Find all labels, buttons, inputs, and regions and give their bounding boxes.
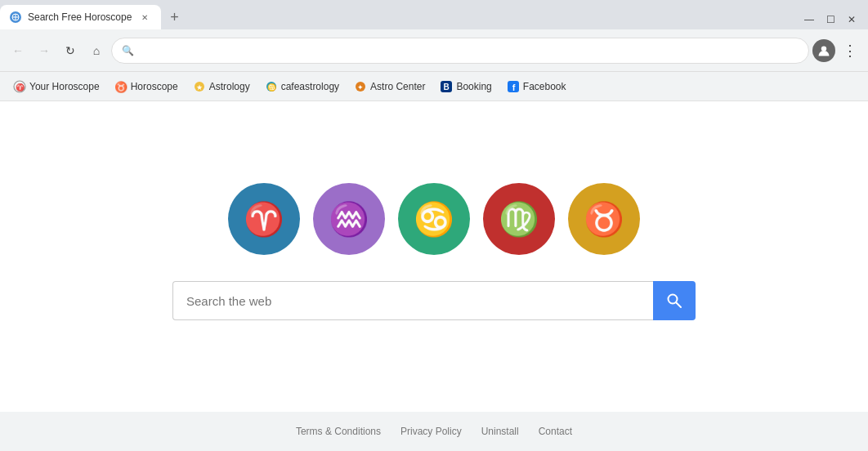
back-button[interactable]: ← bbox=[7, 39, 29, 62]
footer: Terms & Conditions Privacy Policy Uninst… bbox=[0, 412, 868, 451]
main-search-bar bbox=[172, 281, 696, 320]
svg-text:♋: ♋ bbox=[266, 83, 276, 92]
svg-text:♉: ♉ bbox=[114, 80, 128, 93]
zodiac-aries[interactable]: ♈ bbox=[228, 183, 300, 255]
tab-close-button[interactable]: ✕ bbox=[138, 11, 151, 24]
bookmark-facebook-label: Facebook bbox=[523, 81, 566, 92]
tab-title: Search Free Horoscope bbox=[28, 11, 132, 23]
bookmark-cafeastrology-label: cafeastrology bbox=[281, 81, 339, 92]
bookmark-astrology[interactable]: ★ Astrology bbox=[186, 77, 257, 96]
tab-bar: Search Free Horoscope ✕ + — ☐ ✕ bbox=[0, 0, 868, 29]
menu-button[interactable]: ⋮ bbox=[839, 39, 861, 62]
home-button[interactable]: ⌂ bbox=[85, 39, 108, 62]
bookmark-facebook[interactable]: f Facebook bbox=[500, 77, 573, 96]
reload-button[interactable]: ↻ bbox=[59, 39, 82, 62]
url-input[interactable] bbox=[139, 44, 799, 56]
bookmark-horoscope-label: Horoscope bbox=[131, 81, 178, 92]
address-bar: ← → ↻ ⌂ 🔍 ⋮ bbox=[0, 29, 868, 72]
footer-privacy[interactable]: Privacy Policy bbox=[400, 426, 462, 437]
bookmark-astro-center-label: Astro Center bbox=[370, 81, 425, 92]
main-search-input[interactable] bbox=[172, 281, 653, 320]
bookmark-your-horoscope-label: Your Horoscope bbox=[29, 81, 100, 92]
minimize-button[interactable]: — bbox=[799, 10, 819, 29]
svg-line-18 bbox=[677, 303, 682, 308]
footer-terms[interactable]: Terms & Conditions bbox=[296, 426, 381, 437]
your-horoscope-icon: ♈ bbox=[13, 80, 26, 93]
forward-button[interactable]: → bbox=[33, 39, 56, 62]
main-search-button[interactable] bbox=[653, 281, 696, 320]
svg-text:f: f bbox=[512, 82, 515, 92]
bookmark-horoscope[interactable]: ♉ Horoscope bbox=[108, 77, 185, 96]
svg-point-3 bbox=[821, 46, 826, 51]
bookmark-cafeastrology[interactable]: ♋ cafeastrology bbox=[258, 77, 346, 96]
zodiac-row: ♈ ♒ ♋ ♍ ♉ bbox=[228, 183, 640, 255]
main-search-icon bbox=[666, 292, 682, 309]
close-window-button[interactable]: ✕ bbox=[842, 10, 861, 29]
svg-text:✦: ✦ bbox=[357, 83, 364, 92]
zodiac-taurus[interactable]: ♉ bbox=[568, 183, 640, 255]
main-content: ♈ ♒ ♋ ♍ ♉ Terms & Conditions Privacy Pol… bbox=[0, 101, 868, 451]
svg-text:★: ★ bbox=[196, 83, 203, 92]
bookmark-booking[interactable]: B Booking bbox=[433, 77, 498, 96]
active-tab[interactable]: Search Free Horoscope ✕ bbox=[0, 5, 161, 29]
horoscope-icon: ♉ bbox=[114, 80, 128, 93]
maximize-button[interactable]: ☐ bbox=[821, 10, 840, 29]
tab-favicon bbox=[10, 11, 21, 23]
url-search-icon: 🔍 bbox=[122, 45, 134, 56]
zodiac-virgo[interactable]: ♍ bbox=[483, 183, 555, 255]
browser-frame: Search Free Horoscope ✕ + — ☐ ✕ ← → ↻ ⌂ … bbox=[0, 0, 868, 451]
astrology-icon: ★ bbox=[193, 80, 206, 93]
new-tab-button[interactable]: + bbox=[161, 5, 187, 29]
profile-button[interactable] bbox=[812, 39, 835, 62]
footer-uninstall[interactable]: Uninstall bbox=[481, 426, 519, 437]
bookmark-astrology-label: Astrology bbox=[209, 81, 250, 92]
astro-center-icon: ✦ bbox=[354, 80, 367, 93]
svg-text:B: B bbox=[444, 83, 450, 92]
bookmark-astro-center[interactable]: ✦ Astro Center bbox=[347, 77, 432, 96]
footer-contact[interactable]: Contact bbox=[539, 426, 572, 437]
bookmark-your-horoscope[interactable]: ♈ Your Horoscope bbox=[7, 77, 106, 96]
url-input-container[interactable]: 🔍 bbox=[111, 38, 809, 64]
svg-text:♈: ♈ bbox=[16, 83, 25, 92]
window-controls: — ☐ ✕ bbox=[793, 10, 868, 29]
zodiac-aquarius[interactable]: ♒ bbox=[313, 183, 385, 255]
bookmark-booking-label: Booking bbox=[456, 81, 491, 92]
bookmarks-bar: ♈ Your Horoscope ♉ Horoscope ★ Astrology… bbox=[0, 72, 868, 101]
booking-icon: B bbox=[440, 80, 453, 93]
facebook-icon: f bbox=[507, 80, 520, 93]
cafeastrology-icon: ♋ bbox=[265, 80, 278, 93]
zodiac-cancer[interactable]: ♋ bbox=[398, 183, 470, 255]
